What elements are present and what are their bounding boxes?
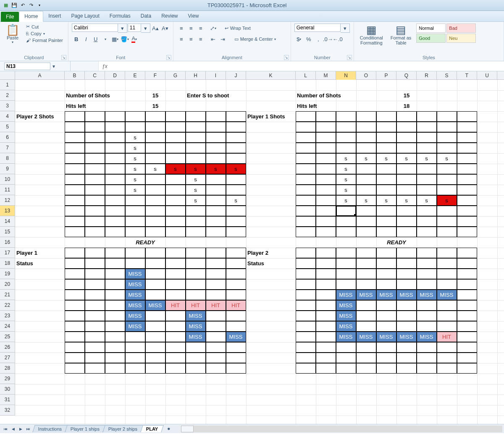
- cell[interactable]: s: [417, 195, 437, 206]
- cell[interactable]: [336, 269, 356, 279]
- cell[interactable]: 18: [396, 101, 417, 111]
- cell[interactable]: [437, 353, 457, 363]
- qat-dropdown-icon[interactable]: ▾: [36, 2, 43, 9]
- cell[interactable]: [206, 332, 226, 342]
- cell[interactable]: Hits left: [65, 101, 125, 111]
- cell[interactable]: Enter S to shoot: [186, 90, 246, 101]
- cell[interactable]: [336, 143, 356, 153]
- cell[interactable]: MISS: [417, 290, 437, 300]
- cell[interactable]: [457, 143, 477, 153]
- cell[interactable]: [65, 332, 85, 342]
- cell[interactable]: [356, 143, 376, 153]
- row-header[interactable]: 22: [0, 300, 15, 311]
- cell[interactable]: s: [186, 164, 206, 174]
- cell[interactable]: [206, 174, 226, 185]
- cell[interactable]: s: [336, 195, 356, 206]
- column-header[interactable]: G: [165, 71, 186, 80]
- decrease-indent-icon[interactable]: ⇤: [209, 34, 218, 44]
- cell[interactable]: [336, 122, 356, 132]
- row-header[interactable]: 15: [0, 227, 15, 237]
- cell[interactable]: [165, 258, 186, 269]
- cell[interactable]: [376, 363, 396, 374]
- column-header[interactable]: B: [65, 71, 85, 80]
- cell[interactable]: [206, 248, 226, 258]
- cell[interactable]: [105, 290, 125, 300]
- cell[interactable]: MISS: [125, 269, 145, 279]
- cell[interactable]: [186, 353, 206, 363]
- cell[interactable]: [457, 321, 477, 332]
- chevron-down-icon[interactable]: ▾: [141, 24, 150, 33]
- sheet-nav-last-icon[interactable]: ⏭: [24, 426, 32, 432]
- cell[interactable]: [437, 111, 457, 122]
- cell[interactable]: [165, 311, 186, 321]
- cell[interactable]: [316, 164, 336, 174]
- cell[interactable]: [65, 185, 85, 195]
- cell[interactable]: [226, 363, 246, 374]
- cell[interactable]: [206, 258, 226, 269]
- row-header[interactable]: 7: [0, 143, 15, 153]
- undo-icon[interactable]: ↶: [19, 2, 26, 9]
- cell[interactable]: [85, 143, 105, 153]
- cell[interactable]: [226, 143, 246, 153]
- cell[interactable]: [356, 206, 376, 216]
- row-header[interactable]: 30: [0, 384, 15, 395]
- cell[interactable]: [396, 248, 417, 258]
- row-header[interactable]: 13: [0, 206, 15, 216]
- cell[interactable]: [336, 227, 356, 237]
- cell[interactable]: Status: [15, 258, 65, 269]
- column-header[interactable]: E: [125, 71, 145, 80]
- cell[interactable]: [457, 206, 477, 216]
- cell[interactable]: [296, 269, 316, 279]
- align-center-icon[interactable]: ≡: [186, 34, 196, 44]
- cell[interactable]: [296, 353, 316, 363]
- cell-style-neutral[interactable]: Neu: [446, 34, 476, 43]
- row-header[interactable]: 21: [0, 290, 15, 300]
- cell[interactable]: [437, 206, 457, 216]
- cell[interactable]: s: [226, 164, 246, 174]
- cell[interactable]: [437, 269, 457, 279]
- chevron-down-icon[interactable]: ▾: [341, 24, 350, 33]
- cell[interactable]: [165, 290, 186, 300]
- tab-formulas[interactable]: Formulas: [105, 11, 136, 21]
- cell[interactable]: [457, 353, 477, 363]
- cell[interactable]: [376, 206, 396, 216]
- row-header[interactable]: 6: [0, 132, 15, 143]
- cell[interactable]: [105, 185, 125, 195]
- cell[interactable]: [396, 269, 417, 279]
- row-header[interactable]: 19: [0, 269, 15, 279]
- cell[interactable]: [296, 122, 316, 132]
- cell[interactable]: Player 2 Shots: [15, 111, 65, 122]
- cell[interactable]: [396, 279, 417, 290]
- cell[interactable]: [186, 279, 206, 290]
- cell[interactable]: [206, 195, 226, 206]
- align-left-icon[interactable]: ≡: [177, 34, 186, 44]
- cell[interactable]: [376, 353, 396, 363]
- cell[interactable]: [65, 269, 85, 279]
- cell[interactable]: [125, 363, 145, 374]
- cell[interactable]: s: [376, 153, 396, 164]
- cell[interactable]: [336, 111, 356, 122]
- cell[interactable]: [165, 216, 186, 227]
- sheet-tab-player-1-ships[interactable]: Player 1 ships: [65, 425, 105, 432]
- cell[interactable]: [145, 311, 165, 321]
- cell[interactable]: [145, 216, 165, 227]
- cell[interactable]: [105, 111, 125, 122]
- cell[interactable]: [125, 122, 145, 132]
- cell[interactable]: [396, 174, 417, 185]
- tab-data[interactable]: Data: [136, 11, 156, 21]
- cell[interactable]: [457, 227, 477, 237]
- font-color-icon[interactable]: A▾: [130, 34, 139, 44]
- cell[interactable]: s: [437, 195, 457, 206]
- cell[interactable]: [65, 195, 85, 206]
- cell[interactable]: MISS: [186, 311, 206, 321]
- cell[interactable]: [145, 174, 165, 185]
- cell[interactable]: [457, 153, 477, 164]
- cell[interactable]: s: [396, 153, 417, 164]
- cell[interactable]: [125, 111, 145, 122]
- sheet-nav-prev-icon[interactable]: ◀: [9, 426, 17, 432]
- cell[interactable]: [145, 279, 165, 290]
- cell[interactable]: MISS: [226, 332, 246, 342]
- cell[interactable]: MISS: [125, 311, 145, 321]
- cell[interactable]: [316, 185, 336, 195]
- bold-button[interactable]: B: [72, 34, 81, 44]
